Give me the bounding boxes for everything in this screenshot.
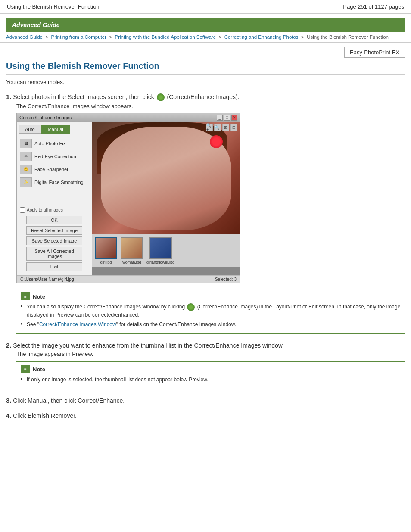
tab-row: Auto Manual	[19, 125, 90, 134]
save-selected-button[interactable]: Save Selected Image	[26, 236, 82, 245]
feature-face-sharpener[interactable]: 😊 Face Sharpener	[19, 163, 90, 176]
status-path: C:\Users\User Name\girl.jpg	[20, 277, 74, 282]
thumb-2[interactable]: woman.jpg	[121, 237, 143, 264]
red-eye-icon: 👁	[20, 152, 32, 161]
breadcrumb-current: Using the Blemish Remover Function	[307, 34, 389, 40]
thumb-1-label: girl.jpg	[100, 260, 112, 264]
digital-face-smoothing-icon: ✨	[20, 177, 32, 187]
note-2-icon	[21, 365, 30, 373]
step-4: 4. Click Blemish Remover.	[6, 412, 405, 419]
step-3: 3. Click Manual, then click Correct/Enha…	[6, 397, 405, 404]
auto-photo-fix-icon: 🖼	[20, 139, 32, 148]
screenshot-left-panel: Auto Manual 🖼 Auto Photo Fix 👁 Red-Eye C…	[17, 122, 92, 275]
step-2-number: 2.	[6, 342, 12, 349]
note-2-label: Note	[33, 366, 45, 373]
screenshot-right-panel: 🔍+ 🔍- ⊞ ⊡	[92, 122, 240, 275]
step-4-number: 4.	[6, 412, 12, 419]
correct-enhance-icon	[157, 93, 165, 101]
thumbnails-row: girl.jpg woman.jpg girlandflower.jpg	[92, 234, 240, 267]
step-1: 1. Select photos in the Select Images sc…	[6, 93, 405, 334]
exit-button[interactable]: Exit	[26, 262, 82, 271]
minimize-btn[interactable]: _	[217, 115, 223, 121]
step-1-sub: The Correct/Enhance Images window appear…	[16, 103, 405, 109]
fit-icon[interactable]: ⊞	[222, 124, 229, 131]
breadcrumb-bundled-software[interactable]: Printing with the Bundled Application So…	[115, 34, 216, 40]
main-content: Using the Blemish Remover Function You c…	[0, 59, 411, 436]
step-4-title: Click Blemish Remover.	[13, 412, 77, 419]
breadcrumb-correcting[interactable]: Correcting and Enhancing Photos	[224, 34, 299, 40]
note-box-2: Note If only one image is selected, the …	[16, 361, 405, 389]
apply-all-checkbox[interactable]	[20, 207, 25, 213]
screenshot-controls: _ □ ✕	[217, 115, 237, 121]
main-photo	[92, 122, 240, 234]
screenshot-correct-enhance: Correct/Enhance Images _ □ ✕ Auto Manual	[16, 113, 240, 283]
note-1-item-1: You can also display the Correct/Enhance…	[21, 303, 401, 319]
apply-all-label: Apply to all images	[27, 208, 63, 212]
screenshot-title: Correct/Enhance Images	[19, 115, 72, 120]
feature-digital-face-smoothing-label: Digital Face Smoothing	[34, 180, 84, 185]
thumb-3-img	[149, 237, 172, 259]
note-1-item-2: See "Correct/Enhance Images Window" for …	[21, 320, 401, 328]
intro-text: You can remove moles.	[6, 79, 405, 85]
note-1-header: Note	[21, 292, 401, 300]
thumb-2-img	[121, 237, 143, 259]
tab-auto[interactable]: Auto	[19, 125, 41, 134]
step-1-number: 1.	[6, 93, 12, 100]
feature-red-eye-label: Red-Eye Correction	[34, 154, 76, 159]
maximize-btn[interactable]: □	[224, 115, 230, 121]
apply-all-checkbox-row: Apply to all images	[19, 206, 90, 214]
screenshot-status-bar: C:\Users\User Name\girl.jpg Selected: 3	[17, 275, 240, 283]
correct-enhance-window-link[interactable]: Correct/Enhance Images Window	[39, 321, 116, 327]
page-title: Using the Blemish Remover Function	[6, 61, 405, 75]
thumb-3-label: girlandflower.jpg	[146, 260, 174, 264]
step-2: 2. Select the image you want to enhance …	[6, 342, 405, 389]
thumb-2-label: woman.jpg	[122, 260, 141, 264]
status-selected: Selected: 3	[215, 277, 237, 282]
face-sharpener-icon: 😊	[20, 165, 32, 174]
close-btn[interactable]: ✕	[231, 115, 237, 121]
step-2-sub: The image appears in Preview.	[16, 351, 405, 357]
easy-photprint-badge: Easy-PhotoPrint EX	[344, 47, 405, 58]
note-correct-enhance-icon	[187, 303, 195, 311]
feature-digital-face-smoothing[interactable]: ✨ Digital Face Smoothing	[19, 176, 90, 189]
advanced-guide-banner: Advanced Guide	[6, 18, 405, 32]
ok-button[interactable]: OK	[26, 216, 82, 224]
screenshot-body: Auto Manual 🖼 Auto Photo Fix 👁 Red-Eye C…	[17, 122, 240, 275]
step-2-title: Select the image you want to enhance fro…	[13, 342, 284, 349]
breadcrumb: Advanced Guide > Printing from a Compute…	[0, 32, 411, 43]
reset-selected-button[interactable]: Reset Selected Image	[26, 226, 82, 235]
zoom-in-icon[interactable]: 🔍+	[206, 124, 213, 131]
tab-manual[interactable]: Manual	[41, 125, 70, 134]
note-2-item-1: If only one image is selected, the thumb…	[21, 376, 401, 383]
step-1-content: The Correct/Enhance Images window appear…	[16, 103, 405, 334]
note-2-header: Note	[21, 365, 401, 373]
note-box-1: Note You can also display the Correct/En…	[16, 289, 405, 334]
thumb-1[interactable]: girl.jpg	[95, 237, 117, 264]
thumb-1-img	[95, 237, 117, 259]
save-all-button[interactable]: Save All Corrected Images	[26, 247, 82, 261]
feature-red-eye[interactable]: 👁 Red-Eye Correction	[19, 150, 90, 163]
step-3-number: 3.	[6, 397, 12, 404]
screenshot-titlebar: Correct/Enhance Images _ □ ✕	[17, 113, 240, 122]
feature-auto-photo-fix-label: Auto Photo Fix	[34, 141, 65, 146]
easy-photprint-badge-container: Easy-PhotoPrint EX	[0, 43, 411, 59]
feature-face-sharpener-label: Face Sharpener	[34, 167, 68, 172]
breadcrumb-advanced-guide[interactable]: Advanced Guide	[6, 34, 43, 40]
actual-size-icon[interactable]: ⊡	[230, 124, 237, 131]
page-header-left: Using the Blemish Remover Function	[7, 3, 100, 10]
breadcrumb-printing-computer[interactable]: Printing from a Computer	[51, 34, 106, 40]
note-1-icon	[21, 292, 30, 300]
step-1-title: Select photos in the Select Images scree…	[13, 93, 239, 100]
page-header: Using the Blemish Remover Function Page …	[0, 0, 411, 14]
step-3-title: Click Manual, then click Correct/Enhance…	[13, 397, 125, 404]
thumb-3[interactable]: girlandflower.jpg	[146, 237, 174, 264]
step-2-content: The image appears in Preview. Note If on…	[16, 351, 405, 389]
feature-auto-photo-fix[interactable]: 🖼 Auto Photo Fix	[19, 137, 90, 150]
page-header-right: Page 251 of 1127 pages	[343, 3, 404, 10]
zoom-out-icon[interactable]: 🔍-	[214, 124, 221, 131]
banner-label: Advanced Guide	[12, 22, 59, 28]
note-1-label: Note	[33, 293, 45, 300]
